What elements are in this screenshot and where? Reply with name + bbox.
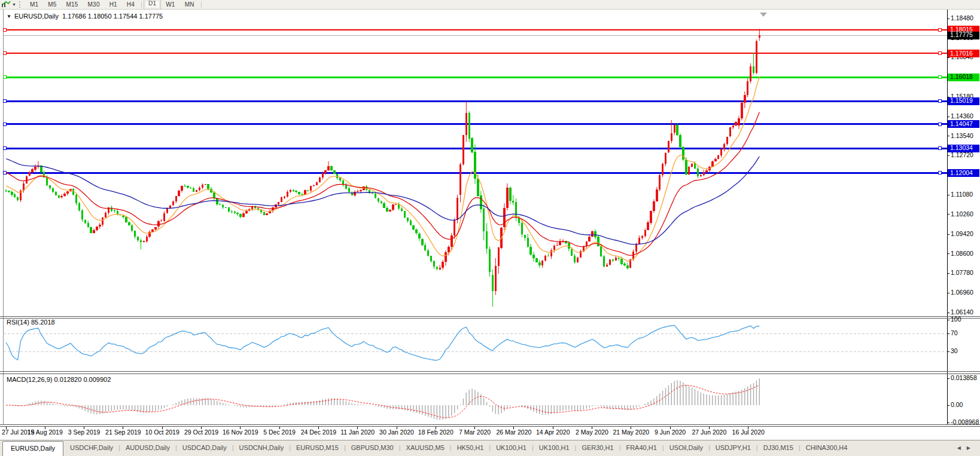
candle-body	[506, 188, 508, 208]
candle-body	[207, 184, 209, 189]
chart-tab-AUDUSD-Daily[interactable]: AUDUSD,Daily	[120, 440, 175, 456]
hline-handle[interactable]	[4, 28, 7, 31]
candle-body	[242, 213, 244, 218]
candle-body	[222, 205, 224, 207]
candle-body	[184, 186, 185, 186]
candle-body	[378, 198, 379, 201]
candle-body	[187, 186, 188, 188]
candle-body	[284, 197, 285, 198]
candle-body	[594, 231, 596, 237]
hline-handle[interactable]	[4, 123, 7, 126]
candle-body	[412, 225, 414, 229]
candle-body	[442, 262, 443, 268]
tf-button-M5[interactable]: M5	[43, 0, 61, 9]
candle-body	[234, 212, 236, 212]
tab-scroll-left-icon[interactable]: ◀	[957, 445, 961, 456]
tab-scroll-right-icon[interactable]: ▶	[967, 445, 970, 456]
tf-button-W1[interactable]: W1	[161, 0, 179, 9]
hline-handle[interactable]	[939, 52, 942, 55]
candle-body	[741, 103, 742, 119]
candle-body	[354, 192, 355, 195]
candle-body	[623, 264, 625, 265]
candle-body	[603, 256, 605, 267]
candle-body	[357, 191, 358, 192]
candle-body	[726, 137, 728, 145]
candle-body	[175, 196, 177, 201]
chart-tab-USDCHF-Daily[interactable]: USDCHF,Daily	[65, 440, 118, 456]
candle-body	[137, 237, 139, 240]
chart-tab-bar: EURUSD,DailyUSDCHF,Daily|AUDUSD,Daily|US…	[0, 440, 980, 456]
hline-handle[interactable]	[939, 147, 942, 150]
tf-button-M30[interactable]: M30	[83, 0, 105, 9]
candle-body	[456, 198, 458, 220]
chart-tab-UK100-H1[interactable]: UK100,H1	[491, 440, 532, 456]
candle-body	[29, 172, 31, 176]
chart-tab-UK100-H1[interactable]: UK100,H1	[534, 440, 575, 456]
candle-body	[653, 201, 655, 210]
candle-body	[205, 184, 206, 185]
tf-button-H4[interactable]: H4	[122, 0, 139, 9]
candle-body	[96, 227, 98, 230]
hline-handle[interactable]	[4, 172, 7, 175]
candle-body	[324, 170, 326, 173]
chart-tab-GER30-H1[interactable]: GER30,H1	[576, 440, 619, 456]
chart-type-icon[interactable]	[0, 1, 12, 8]
tf-button-M15[interactable]: M15	[62, 0, 83, 9]
tf-button-M1[interactable]: M1	[25, 0, 43, 9]
chart-tab-GBPUSD-M30[interactable]: GBPUSD,M30	[346, 440, 399, 456]
hline-handle[interactable]	[4, 147, 7, 150]
date-label: 9 Jun 2020	[655, 429, 686, 436]
tf-button-D1[interactable]: D1	[144, 0, 161, 10]
chart-tab-USOil-Daily[interactable]: USOil,Daily	[664, 440, 708, 456]
tf-button-H1[interactable]: H1	[105, 0, 122, 9]
candle-body	[688, 167, 690, 174]
price-chart-canvas[interactable]: 1.184801.176601.168401.160201.151801.143…	[0, 10, 980, 440]
candle-body	[597, 237, 599, 246]
chart-tab-HK50-H1[interactable]: HK50,H1	[452, 440, 489, 456]
chart-tab-DJ30-M15[interactable]: DJ30,M15	[758, 440, 799, 456]
candle-body	[66, 191, 68, 193]
candle-body	[659, 175, 661, 189]
candle-body	[330, 166, 332, 171]
date-label: 26 Mar 2020	[496, 429, 531, 436]
candle-body	[339, 177, 341, 180]
date-label: 16 Nov 2019	[223, 429, 258, 436]
candle-body	[99, 225, 101, 227]
chart-tab-CHINA300-H4[interactable]: CHINA300,H4	[801, 440, 853, 456]
chart-tab-USDCAD-Daily[interactable]: USDCAD,Daily	[177, 440, 232, 456]
candle-body	[75, 195, 77, 203]
hline-handle[interactable]	[4, 52, 7, 55]
chart-tab-USDCNH-Daily[interactable]: USDCNH,Daily	[234, 440, 290, 456]
candle-body	[591, 231, 593, 237]
chart-tab-FRA40-H1[interactable]: FRA40,H1	[620, 440, 662, 456]
hline-handle[interactable]	[939, 100, 942, 103]
date-label: 16 Jul 2020	[732, 429, 765, 436]
candle-body	[216, 198, 218, 204]
hline-handle[interactable]	[939, 123, 942, 126]
hline-handle[interactable]	[939, 172, 942, 175]
hline-handle[interactable]	[4, 76, 7, 79]
date-label: 15 Aug 2019	[28, 429, 63, 436]
chart-tab-XAUUSD-M5[interactable]: XAUUSD,M5	[401, 440, 450, 456]
date-label: 5 Dec 2019	[263, 429, 296, 436]
chart-tab-EURUSD-Daily[interactable]: EURUSD,Daily	[2, 441, 63, 456]
chart-tab-USDJPY-H1[interactable]: USDJPY,H1	[710, 440, 756, 456]
tf-button-MN[interactable]: MN	[180, 0, 199, 9]
date-label: 11 Jan 2020	[340, 429, 375, 436]
candle-body	[577, 258, 579, 262]
chart-tab-EURUSD-M15[interactable]: EURUSD,M15	[291, 440, 344, 456]
candle-body	[114, 210, 115, 211]
candle-body	[26, 176, 28, 183]
hline-handle[interactable]	[939, 28, 942, 31]
candle-body	[638, 238, 640, 244]
chart-type-dropdown-icon[interactable]: ▼	[12, 2, 18, 7]
chart-dropdown-icon[interactable]: ▼	[7, 14, 11, 19]
hline-handle[interactable]	[939, 76, 942, 79]
timeframe-buttons: M1M5M15M30H1H4D1W1MN	[25, 0, 203, 10]
candle-body	[705, 170, 707, 172]
candle-body	[128, 222, 130, 225]
hline-handle[interactable]	[4, 100, 7, 103]
candle-body	[190, 188, 191, 188]
candle-body	[694, 163, 696, 168]
candle-body	[462, 135, 464, 165]
